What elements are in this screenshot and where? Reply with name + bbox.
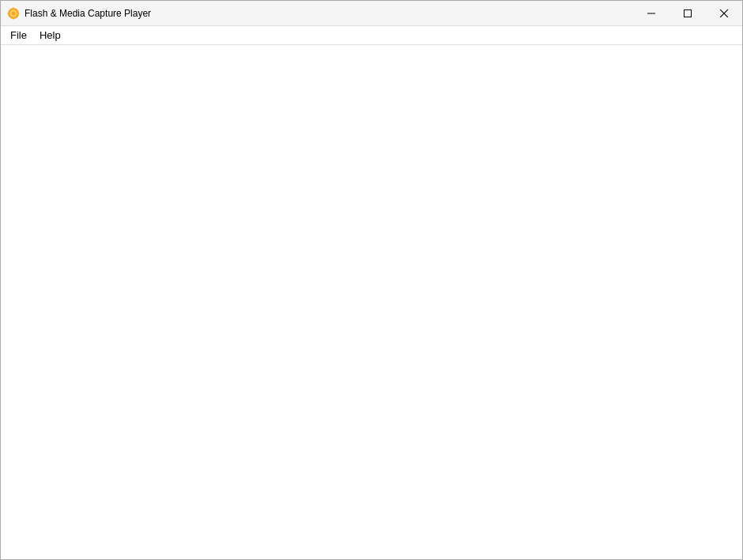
menu-item-file[interactable]: File — [4, 27, 33, 44]
title-bar: Flash & Media Capture Player — [1, 1, 742, 26]
minimize-button[interactable] — [633, 1, 669, 26]
app-icon — [7, 7, 20, 20]
svg-point-2 — [12, 11, 16, 15]
menu-bar: File Help — [1, 26, 742, 45]
window-title: Flash & Media Capture Player — [25, 8, 151, 19]
svg-rect-8 — [685, 9, 692, 17]
title-bar-controls — [633, 1, 742, 26]
maximize-button[interactable] — [669, 1, 706, 26]
close-button[interactable] — [706, 1, 742, 26]
menu-item-help[interactable]: Help — [33, 27, 67, 44]
main-window: Flash & Media Capture Player — [0, 0, 743, 560]
title-bar-left: Flash & Media Capture Player — [7, 7, 151, 20]
content-area — [1, 45, 742, 559]
